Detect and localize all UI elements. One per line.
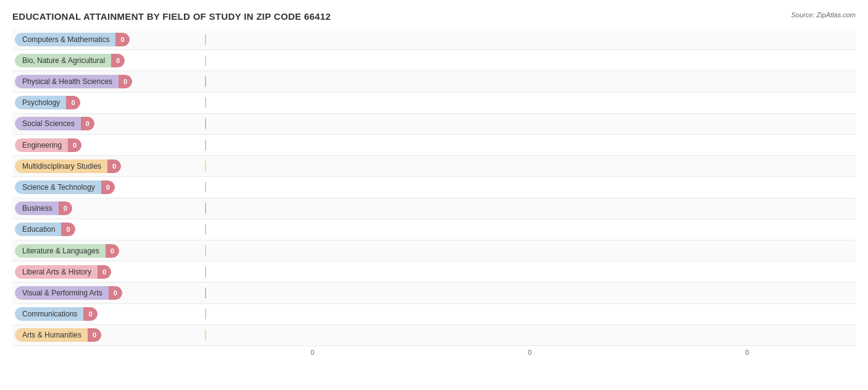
x-label-1: 0: [204, 349, 421, 356]
bar-fill: [205, 34, 206, 45]
pill-value: 0: [68, 138, 81, 152]
bar-pill: Multidisciplinary Studies 0: [15, 159, 121, 173]
chart-header: EDUCATIONAL ATTAINMENT BY FIELD OF STUDY…: [12, 11, 856, 22]
bar-fill: [205, 182, 206, 193]
bar-fill: [205, 266, 206, 278]
bar-label-wrap: Literature & Languages 0: [12, 244, 204, 258]
bar-row: Social Sciences 0: [12, 114, 856, 135]
pill-value: 0: [119, 75, 132, 88]
bar-pill: Social Sciences 0: [15, 117, 94, 130]
bar-track: [205, 161, 856, 172]
bar-label-wrap: Business 0: [12, 201, 204, 215]
bar-pill: Arts & Humanities 0: [15, 328, 101, 342]
pill-value: 0: [59, 201, 72, 215]
bar-track: [205, 55, 856, 66]
pill-value: 0: [81, 117, 94, 130]
x-axis: 0 0 0: [204, 346, 856, 356]
bar-track: [205, 287, 856, 299]
bar-fill: [205, 55, 206, 66]
bar-label-wrap: Education 0: [12, 223, 204, 236]
pill-label: Literature & Languages: [15, 244, 106, 258]
bar-pill: Business 0: [15, 201, 72, 215]
pill-label: Bio, Nature & Agricultural: [15, 54, 111, 67]
bar-row: Multidisciplinary Studies 0: [12, 156, 856, 177]
bar-pill: Science & Technology 0: [15, 180, 115, 194]
pill-label: Physical & Health Sciences: [15, 75, 119, 88]
bar-row: Science & Technology 0: [12, 177, 856, 198]
pill-value: 0: [109, 286, 122, 300]
bar-track: [205, 245, 856, 256]
bar-label-wrap: Engineering 0: [12, 138, 204, 152]
bar-row: Computers & Mathematics 0: [12, 29, 856, 50]
bar-label-wrap: Communications 0: [12, 307, 204, 321]
bar-pill: Liberal Arts & History 0: [15, 265, 111, 279]
x-label-3: 0: [638, 349, 856, 356]
pill-label: Arts & Humanities: [15, 328, 88, 342]
pill-label: Visual & Performing Arts: [15, 286, 109, 300]
bar-fill: [205, 329, 206, 341]
bar-row: Liberal Arts & History 0: [12, 261, 856, 282]
bar-row: Literature & Languages 0: [12, 240, 856, 261]
bar-label-wrap: Arts & Humanities 0: [12, 328, 204, 342]
pill-value: 0: [88, 328, 101, 342]
bar-fill: [205, 287, 206, 299]
bar-fill: [205, 97, 206, 108]
bar-label-wrap: Liberal Arts & History 0: [12, 265, 204, 279]
bar-track: [205, 118, 856, 129]
bar-row: Business 0: [12, 198, 856, 219]
bar-fill: [205, 76, 206, 87]
bar-row: Communications 0: [12, 304, 856, 325]
bar-row: Engineering 0: [12, 135, 856, 156]
pill-label: Multidisciplinary Studies: [15, 159, 107, 173]
bar-track: [205, 308, 856, 320]
bar-pill: Engineering 0: [15, 138, 81, 152]
bar-track: [205, 329, 856, 341]
bar-pill: Psychology 0: [15, 96, 80, 109]
bar-track: [205, 266, 856, 278]
bar-label-wrap: Physical & Health Sciences 0: [12, 75, 204, 88]
pill-label: Computers & Mathematics: [15, 33, 115, 46]
bar-fill: [205, 118, 206, 129]
bar-pill: Visual & Performing Arts 0: [15, 286, 122, 300]
bar-row: Visual & Performing Arts 0: [12, 282, 856, 303]
pill-label: Education: [15, 223, 61, 236]
pill-label: Science & Technology: [15, 180, 101, 194]
pill-value: 0: [83, 307, 97, 321]
pill-label: Engineering: [15, 138, 68, 152]
bar-label-wrap: Visual & Performing Arts 0: [12, 286, 204, 300]
bar-row: Psychology 0: [12, 93, 856, 114]
bar-label-wrap: Computers & Mathematics 0: [12, 33, 204, 46]
bar-track: [205, 76, 856, 87]
bar-track: [205, 97, 856, 108]
bar-row: Education 0: [12, 219, 856, 240]
pill-value: 0: [107, 159, 121, 173]
pill-value: 0: [66, 96, 80, 109]
bar-label-wrap: Social Sciences 0: [12, 117, 204, 130]
bar-label-wrap: Science & Technology 0: [12, 180, 204, 194]
bar-track: [205, 203, 856, 214]
bar-pill: Bio, Nature & Agricultural 0: [15, 54, 125, 67]
bar-fill: [205, 308, 206, 320]
bar-pill: Literature & Languages 0: [15, 244, 119, 258]
pill-value: 0: [98, 265, 111, 279]
pill-value: 0: [106, 244, 119, 258]
bar-track: [205, 34, 856, 45]
pill-value: 0: [115, 33, 129, 46]
bar-pill: Education 0: [15, 223, 75, 236]
bar-pill: Communications 0: [15, 307, 98, 321]
bar-label-wrap: Bio, Nature & Agricultural 0: [12, 54, 204, 67]
bar-row: Arts & Humanities 0: [12, 325, 856, 346]
chart-title: EDUCATIONAL ATTAINMENT BY FIELD OF STUDY…: [12, 11, 331, 22]
pill-label: Liberal Arts & History: [15, 265, 98, 279]
bar-row: Physical & Health Sciences 0: [12, 71, 856, 92]
bar-label-wrap: Psychology 0: [12, 96, 204, 109]
bar-fill: [205, 245, 206, 256]
pill-value: 0: [111, 54, 125, 67]
bar-pill: Physical & Health Sciences 0: [15, 75, 132, 88]
bar-pill: Computers & Mathematics 0: [15, 33, 130, 46]
pill-label: Communications: [15, 307, 83, 321]
bar-fill: [205, 203, 206, 214]
pill-value: 0: [101, 180, 115, 194]
pill-label: Psychology: [15, 96, 66, 109]
bar-fill: [205, 140, 206, 151]
